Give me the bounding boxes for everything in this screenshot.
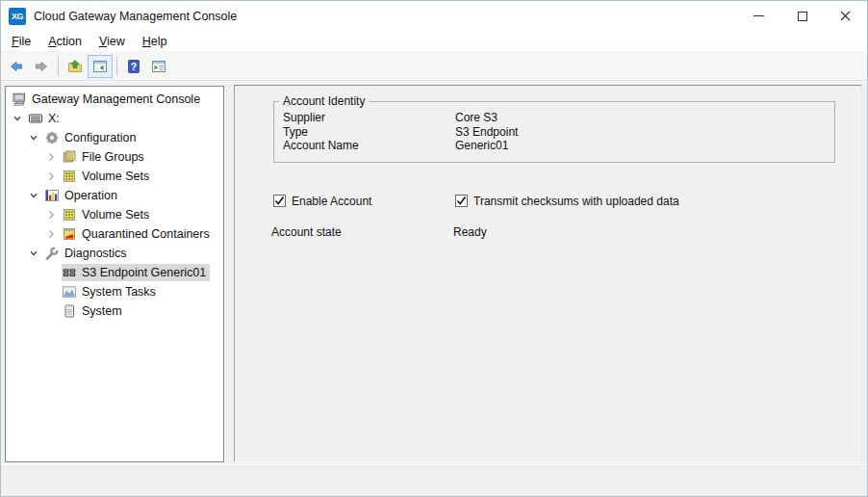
tree-item-label: Diagnostics: [64, 247, 127, 260]
tree-item-file-groups[interactable]: File Groups: [6, 147, 223, 167]
checkmark-icon: [274, 196, 285, 206]
back-arrow-icon: [9, 59, 24, 74]
maximize-button[interactable]: [780, 1, 824, 31]
title-bar: XG Cloud Gateway Management Console: [1, 1, 867, 31]
app-logo-icon: XG: [9, 8, 26, 25]
tree-item-volume-sets-operation[interactable]: Volume Sets: [6, 205, 223, 224]
supplier-value: Core S3: [455, 111, 498, 125]
tree-item-s3-endpoint-generic01[interactable]: S3 Endpoint Generic01: [6, 263, 223, 282]
field-row-account-name: Account Name Generic01: [274, 139, 834, 153]
type-value: S3 Endpoint: [455, 125, 518, 140]
app-window: XG Cloud Gateway Management Console File…: [0, 0, 868, 497]
transmit-checksums-checkbox-group[interactable]: Transmit checksums with uploaded data: [455, 195, 679, 208]
type-label: Type: [274, 125, 455, 140]
window-controls: [737, 1, 867, 31]
account-state-row: Account state Ready: [271, 225, 861, 239]
toolbar-separator: [116, 57, 117, 76]
tree-item-label: System: [82, 304, 122, 318]
help-icon: ?: [126, 59, 141, 74]
account-state-label: Account state: [271, 225, 453, 239]
tree-item-volume-sets-configuration[interactable]: Volume Sets: [6, 167, 223, 186]
enable-account-label: Enable Account: [292, 195, 371, 208]
account-identity-group: Account Identity Supplier Core S3 Type S…: [273, 94, 835, 163]
help-button[interactable]: ?: [121, 55, 146, 78]
menu-action[interactable]: Action: [39, 33, 90, 50]
forward-button[interactable]: [29, 55, 54, 78]
field-row-supplier: Supplier Core S3: [274, 111, 834, 125]
toolbar-separator: [58, 57, 59, 76]
status-bar: [1, 465, 867, 496]
tree-item-system[interactable]: System: [6, 301, 223, 321]
minimize-icon: [753, 15, 764, 16]
console-tree-icon: [92, 59, 108, 74]
tree-item-x-drive[interactable]: X:: [6, 109, 223, 128]
show-hide-console-tree-button[interactable]: [88, 55, 113, 78]
transmit-checksums-checkbox[interactable]: [455, 195, 468, 207]
account-state-value: Ready: [453, 225, 487, 239]
tree-item-label: S3 Endpoint Generic01: [82, 266, 206, 279]
tree-item-label: Configuration: [64, 131, 136, 144]
transmit-checksums-label: Transmit checksums with uploaded data: [473, 195, 679, 208]
gear-icon: [44, 130, 60, 145]
checkbox-row: Enable Account Transmit checksums with u…: [273, 195, 861, 208]
tree-item-gateway-management-console[interactable]: Gateway Management Console: [6, 90, 223, 109]
tree-item-system-tasks[interactable]: System Tasks: [6, 282, 223, 301]
menu-view[interactable]: View: [90, 33, 134, 50]
tree-item-operation[interactable]: Operation: [6, 186, 223, 205]
chevron-right-icon[interactable]: [45, 210, 62, 220]
field-row-type: Type S3 Endpoint: [274, 125, 834, 140]
system-tasks-icon: [62, 284, 77, 300]
tree-item-label: Quarantined Containers: [82, 227, 210, 241]
menu-help[interactable]: Help: [134, 33, 176, 50]
forward-arrow-icon: [34, 59, 49, 74]
volume-sets-icon: [62, 169, 77, 184]
group-box-title: Account Identity: [279, 94, 369, 108]
minimize-button[interactable]: [737, 1, 780, 31]
console-root-icon: [12, 92, 27, 107]
toolbar: ?: [1, 52, 867, 81]
export-list-button[interactable]: [63, 55, 88, 78]
chevron-down-icon[interactable]: [28, 133, 44, 143]
folder-up-arrow-icon: [67, 59, 83, 74]
drive-icon: [28, 111, 43, 126]
tree-item-label: Volume Sets: [82, 208, 149, 222]
tree-item-label: Volume Sets: [82, 170, 149, 183]
chevron-right-icon[interactable]: [45, 171, 62, 181]
system-icon: [62, 303, 77, 319]
tree-item-diagnostics[interactable]: Diagnostics: [6, 244, 223, 263]
new-window-button[interactable]: [146, 55, 171, 78]
tree-item-label: X:: [48, 112, 60, 125]
tree-item-configuration[interactable]: Configuration: [6, 128, 223, 147]
file-groups-icon: [62, 149, 77, 165]
svg-text:?: ?: [131, 60, 137, 71]
menu-file[interactable]: File: [3, 33, 39, 50]
volume-sets-icon: [62, 207, 77, 222]
chevron-down-icon[interactable]: [12, 114, 28, 123]
console-tree-panel: Gateway Management Console X:: [5, 86, 224, 462]
new-window-icon: [151, 59, 166, 74]
close-button[interactable]: [824, 1, 867, 31]
enable-account-checkbox-group[interactable]: Enable Account: [273, 195, 455, 208]
menu-bar: File Action View Help: [1, 31, 867, 52]
back-button[interactable]: [4, 55, 29, 78]
window-title: Cloud Gateway Management Console: [34, 10, 237, 23]
chevron-right-icon[interactable]: [45, 152, 62, 162]
enable-account-checkbox[interactable]: [273, 195, 286, 207]
maximize-icon: [798, 12, 807, 21]
s3-endpoint-icon: [62, 265, 77, 280]
chevron-down-icon[interactable]: [28, 191, 44, 200]
checkmark-icon: [456, 196, 467, 206]
tree-item-label: Operation: [64, 189, 117, 202]
chevron-down-icon[interactable]: [28, 248, 44, 258]
details-panel: Account Identity Supplier Core S3 Type S…: [234, 85, 862, 462]
tree-item-quarantined-containers[interactable]: Quarantined Containers: [6, 224, 223, 244]
bar-chart-icon: [44, 188, 60, 203]
content-area: Gateway Management Console X:: [1, 82, 867, 464]
tree-item-label: Gateway Management Console: [32, 92, 200, 106]
tree-item-label: File Groups: [82, 150, 144, 164]
chevron-right-icon[interactable]: [45, 229, 62, 239]
account-name-value: Generic01: [455, 139, 508, 153]
tree-item-label: System Tasks: [82, 285, 156, 299]
supplier-label: Supplier: [274, 111, 455, 125]
wrench-icon: [44, 246, 60, 261]
